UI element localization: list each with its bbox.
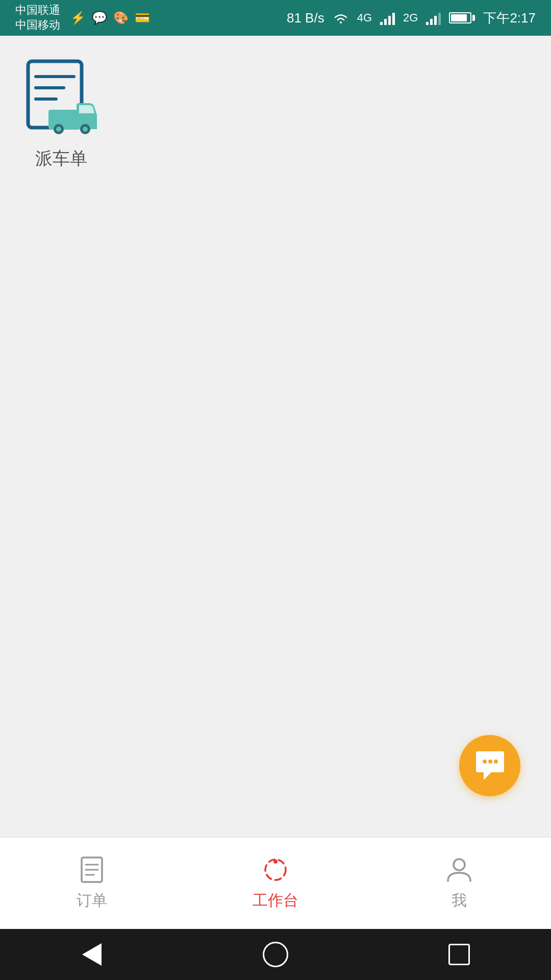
svg-point-11	[494, 760, 498, 764]
wifi-icon	[333, 11, 349, 24]
dispatch-order-label: 派车单	[35, 147, 87, 170]
dispatch-order-icon[interactable]	[20, 56, 102, 138]
network-4g: 4G	[357, 11, 372, 24]
dispatch-order-app[interactable]: 派车单	[15, 56, 107, 170]
svg-point-6	[56, 127, 61, 132]
battery-indicator	[449, 12, 475, 23]
recents-button[interactable]	[444, 939, 474, 970]
me-label: 我	[452, 890, 467, 911]
home-button[interactable]	[260, 939, 291, 970]
recent-square-icon	[448, 944, 470, 965]
message-icon: 💬	[92, 11, 107, 25]
back-triangle-icon	[82, 943, 102, 966]
app-icon-small: 🎨	[113, 11, 129, 25]
carrier-info: 中国联通 中国移动	[15, 3, 60, 32]
workbench-label: 工作台	[253, 890, 298, 911]
main-content: 派车单	[0, 36, 551, 837]
speed-indicator: 81 B/s	[287, 10, 324, 26]
float-chat-button[interactable]	[459, 735, 520, 796]
status-right: 81 B/s 4G 2G	[287, 9, 536, 27]
signal-bars-2	[426, 11, 441, 25]
workbench-icon	[261, 855, 290, 884]
back-button[interactable]	[77, 939, 107, 970]
svg-point-10	[488, 760, 492, 764]
signal-bars-1	[380, 11, 395, 25]
orders-icon	[78, 855, 106, 884]
nav-item-orders[interactable]: 订单	[0, 855, 184, 911]
home-circle-icon	[263, 942, 288, 967]
nav-item-me[interactable]: 我	[367, 855, 551, 911]
time-display: 下午2:17	[483, 9, 536, 27]
nav-item-workbench[interactable]: 工作台	[184, 855, 367, 911]
orders-label: 订单	[77, 890, 107, 911]
bottom-nav: 订单 工作台 我	[0, 837, 551, 929]
alipay-icon: 💳	[135, 11, 150, 25]
status-bar: 中国联通 中国移动 ⚡ 💬 🎨 💳 81 B/s 4G	[0, 0, 551, 36]
usb-icon: ⚡	[70, 11, 86, 25]
svg-point-17	[273, 860, 278, 864]
me-icon	[445, 855, 473, 884]
network-2g: 2G	[403, 11, 418, 24]
chat-bubble-icon	[473, 750, 507, 781]
notification-icons: ⚡ 💬 🎨 💳	[70, 11, 150, 25]
svg-point-9	[483, 760, 487, 764]
android-nav-bar	[0, 929, 551, 980]
svg-point-18	[454, 859, 465, 870]
svg-point-8	[83, 127, 88, 132]
